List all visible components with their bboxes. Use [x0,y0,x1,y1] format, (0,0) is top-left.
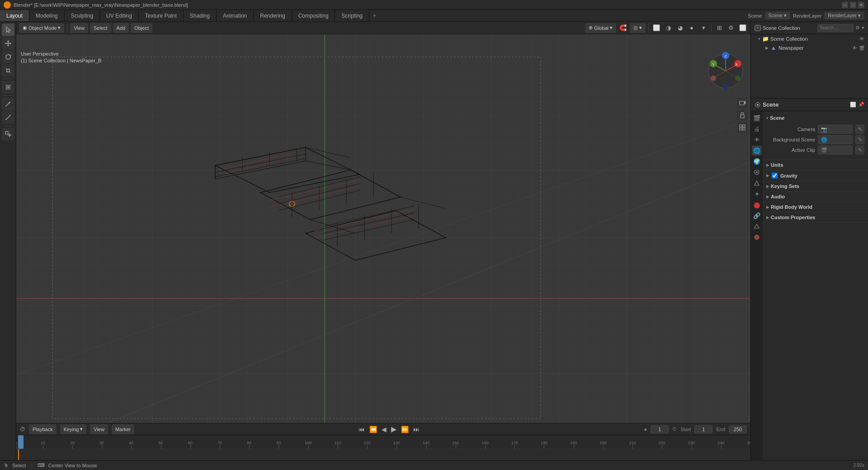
cursor-tool[interactable] [2,24,14,36]
tab-sculpting[interactable]: Sculpting [65,10,100,21]
tab-rendering[interactable]: Rendering [254,10,292,21]
step-fwd-btn[interactable]: ⏩ [399,425,410,434]
props-pin[interactable]: 📌 [858,102,864,108]
outliner-newspaper[interactable]: ▶ ▲ Newspaper 👁 🎬 [751,43,868,52]
keying-menu[interactable]: Keying ▾ [60,424,87,434]
end-frame-input[interactable]: 250 [729,425,747,433]
bg-scene-icon: 🌐 [821,137,827,143]
view-menu[interactable]: View [70,23,88,33]
tab-physics[interactable]: ⬤ [752,200,762,210]
snap-toggle[interactable]: 🧲 [618,23,628,33]
start-frame-input[interactable]: 1 [694,425,712,433]
select-menu[interactable]: Select [90,23,111,33]
bg-scene-edit-btn[interactable]: ✎ [855,135,864,144]
timeline-ruler[interactable]: 1102030405060708090100110120130140150160… [16,435,750,449]
object-menu[interactable]: Object [131,23,152,33]
camera-value: 📷 [818,125,853,134]
window-controls[interactable]: — □ ✕ [842,2,864,8]
custom-props-section: ▶ Custom Properties [763,212,868,223]
tab-modeling[interactable]: Modeling [29,10,65,21]
scene-dropdown[interactable]: Scene ▾ [765,12,790,19]
mode-selector[interactable]: ◉ Object Mode ▾ [19,23,64,33]
tab-layout[interactable]: Layout [0,10,29,21]
custom-props-header[interactable]: ▶ Custom Properties [763,212,868,222]
close-btn[interactable]: ✕ [858,2,864,8]
tab-modifier[interactable] [752,178,762,188]
tab-texture-paint[interactable]: Texture Paint [139,10,184,21]
view-menu-tl[interactable]: View [90,424,108,434]
xray-toggle[interactable]: ⬜ [738,23,748,33]
audio-section-header[interactable]: ▶ Audio [763,192,868,202]
scene-section-header[interactable]: ▾ Scene [763,113,868,123]
newspaper-visibility[interactable]: 👁 [852,45,857,51]
lock-icon[interactable] [737,110,748,121]
tab-scene[interactable]: 🌐 [752,146,762,155]
gravity-checkbox[interactable] [772,173,778,179]
rigid-body-header[interactable]: ▶ Rigid Body World [763,202,868,212]
add-object-tool[interactable] [2,128,14,141]
tab-scripting[interactable]: Scripting [335,10,369,21]
shading-options[interactable]: ▾ [698,23,708,33]
global-transform[interactable]: ⊕ Global ▾ [585,23,616,33]
minimize-btn[interactable]: — [842,2,848,8]
gravity-section-header[interactable]: ▶ Gravity [763,170,868,181]
overlay-toggle[interactable]: ⚙ [726,23,736,33]
viewport-shading-material[interactable]: ◕ [675,23,685,33]
perspective-label: User Perspective [21,51,101,57]
playback-menu[interactable]: Playback [29,424,57,434]
tab-object[interactable] [752,167,762,177]
rotate-tool[interactable] [2,51,14,63]
viewport-shading-rendered[interactable]: ● [687,23,697,33]
viewport[interactable]: ◉ Object Mode ▾ View Select Add Object ⊕… [16,22,750,460]
current-frame-input[interactable]: 1 [651,425,669,433]
jump-start-btn[interactable]: ⏮ [357,425,367,434]
tab-output[interactable]: 🖨 [752,124,762,134]
play-back-btn[interactable]: ◀ [380,425,388,434]
marker-menu[interactable]: Marker [112,424,134,434]
gizmo-toggle[interactable]: ⊞ [714,23,724,33]
outliner-filter[interactable]: ⚙ [855,25,860,31]
nav-gizmo[interactable]: X Y Z [705,51,746,91]
keying-sets-label: Keying Sets [771,183,799,189]
tab-constraints[interactable]: 🔗 [752,211,762,221]
tab-render[interactable]: 🎬 [752,113,762,123]
tab-compositing[interactable]: Compositing [292,10,335,21]
proportional-edit[interactable]: ◎ ▾ [630,23,646,33]
tab-animation[interactable]: Animation [217,10,254,21]
viewport-shading-wire[interactable]: ⬜ [651,23,661,33]
tab-view-layer[interactable]: 👁 [752,135,762,145]
tab-world[interactable]: 🌍 [752,156,762,166]
annotate-tool[interactable] [2,98,14,110]
camera-edit-btn[interactable]: ✎ [855,125,864,134]
scale-tool[interactable] [2,64,14,77]
outliner-scene-collection[interactable]: ▾ 📁 Scene Collection 👁 [751,34,868,43]
viewport-shading-solid[interactable]: ◑ [663,23,673,33]
transform-tool[interactable] [2,81,14,94]
renderlayer-dropdown[interactable]: RenderLayer ▾ [824,12,864,19]
play-btn[interactable]: ▶ [389,424,398,434]
keying-sets-header[interactable]: ▶ Keying Sets [763,181,868,191]
units-section-header[interactable]: ▶ Units [763,160,868,170]
timeline-body[interactable] [16,449,750,461]
add-workspace-btn[interactable]: + [369,10,380,21]
add-menu[interactable]: Add [113,23,129,33]
tab-particles[interactable]: ✦ [752,189,762,199]
tab-uv-editing[interactable]: UV Editing [100,10,139,21]
outliner-options[interactable]: ▾ [862,25,864,31]
newspaper-render-visibility[interactable]: 🎬 [859,46,864,51]
active-clip-edit-btn[interactable]: ✎ [855,146,864,155]
measure-tool[interactable] [2,111,14,124]
step-back-btn[interactable]: ⏪ [368,425,379,434]
tab-data[interactable] [752,221,762,231]
tab-shading[interactable]: Shading [184,10,217,21]
outliner-search[interactable] [817,24,854,32]
props-options[interactable]: ⬜ [850,102,856,108]
visibility-icon[interactable]: 👁 [859,36,864,42]
move-tool[interactable] [2,37,14,50]
grid-icon[interactable] [737,122,748,133]
maximize-btn[interactable]: □ [850,2,856,8]
jump-end-btn[interactable]: ⏭ [411,425,421,434]
tab-material[interactable] [752,232,762,242]
outliner-icon [755,25,761,31]
camera-icon[interactable] [737,98,748,108]
